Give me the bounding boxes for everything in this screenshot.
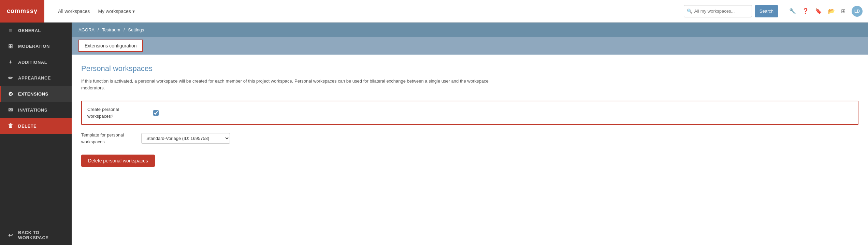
sidebar-item-extensions[interactable]: ⚙ EXTENSIONS (0, 86, 72, 102)
invitations-icon: ✉ (7, 107, 14, 113)
breadcrumb-bar: AGORA / Testraum / Settings (72, 23, 868, 37)
sidebar-item-appearance[interactable]: ✏ APPEARANCE (0, 70, 72, 86)
search-icon: 🔍 (687, 9, 692, 14)
grid-icon[interactable]: ⊞ (841, 8, 845, 14)
wrench-icon[interactable]: 🔧 (789, 8, 796, 14)
folder-icon[interactable]: 📂 (828, 8, 835, 14)
search-input[interactable] (694, 9, 749, 14)
main-layout: ≡ GENERAL ⊞ MODERATION + ADDITIONAL ✏ AP… (0, 23, 868, 245)
sidebar-label-invitations: INVITATIONS (18, 107, 47, 113)
moderation-icon: ⊞ (7, 43, 14, 49)
breadcrumb: AGORA / Testraum / Settings (78, 27, 144, 32)
logo-text: commssy (7, 8, 38, 15)
template-select[interactable]: Standard-Vorlage (ID: 1695758) (141, 133, 230, 144)
help-icon[interactable]: ❓ (802, 8, 809, 14)
content-area: AGORA / Testraum / Settings Extensions c… (72, 23, 868, 245)
sidebar-label-extensions: EXTENSIONS (18, 91, 48, 97)
sidebar-label-appearance: APPEARANCE (18, 75, 51, 81)
search-input-wrap: 🔍 (684, 5, 752, 17)
logo[interactable]: commssy (0, 0, 44, 23)
breadcrumb-sep1: / (98, 27, 99, 32)
create-personal-workspace-box: Create personalworkspaces? (81, 101, 858, 125)
sidebar-label-delete: DELETE (18, 124, 37, 129)
extensions-config-tab[interactable]: Extensions configuration (78, 40, 143, 52)
top-navigation: commssy All workspaces My workspaces ▾ 🔍… (0, 0, 868, 23)
breadcrumb-sep2: / (124, 27, 125, 32)
search-area: 🔍 Search (684, 5, 778, 17)
breadcrumb-part1[interactable]: AGORA (78, 27, 94, 32)
section-header: Extensions configuration (72, 37, 868, 55)
sidebar-item-invitations[interactable]: ✉ INVITATIONS (0, 102, 72, 118)
delete-icon: 🗑 (7, 123, 14, 129)
general-icon: ≡ (7, 27, 14, 33)
main-content: Personal workspaces If this function is … (72, 55, 868, 245)
my-workspaces-link[interactable]: My workspaces ▾ (98, 9, 134, 14)
template-label: Template for personalworkspaces (81, 132, 136, 145)
sidebar-item-delete[interactable]: 🗑 DELETE (0, 118, 72, 134)
search-button[interactable]: Search (755, 5, 778, 17)
delete-personal-workspaces-button[interactable]: Delete personal workspaces (81, 155, 155, 167)
template-row: Template for personalworkspaces Standard… (81, 132, 858, 145)
additional-icon: + (7, 59, 14, 65)
sidebar-label-moderation: MODERATION (18, 44, 50, 49)
extensions-icon: ⚙ (7, 91, 14, 97)
create-workspace-label: Create personalworkspaces? (87, 106, 119, 119)
nav-links: All workspaces My workspaces ▾ (58, 9, 135, 14)
create-workspace-checkbox[interactable] (153, 110, 159, 116)
chevron-down-icon: ▾ (132, 9, 135, 14)
avatar[interactable]: LD (852, 6, 863, 17)
back-icon: ↩ (7, 232, 14, 239)
sidebar-label-general: GENERAL (18, 28, 41, 33)
all-workspaces-link[interactable]: All workspaces (58, 9, 90, 14)
sidebar: ≡ GENERAL ⊞ MODERATION + ADDITIONAL ✏ AP… (0, 23, 72, 245)
sidebar-item-moderation[interactable]: ⊞ MODERATION (0, 38, 72, 54)
sidebar-item-general[interactable]: ≡ GENERAL (0, 23, 72, 38)
page-title: Personal workspaces (81, 64, 858, 73)
sidebar-label-back: BACK TO WORKSPACE (18, 230, 66, 240)
top-icons: 🔧 ❓ 🔖 📂 ⊞ LD (789, 6, 863, 17)
appearance-icon: ✏ (7, 75, 14, 81)
sidebar-label-additional: ADDITIONAL (18, 60, 47, 65)
breadcrumb-part3: Settings (128, 27, 144, 32)
breadcrumb-part2[interactable]: Testraum (102, 27, 120, 32)
sidebar-item-additional[interactable]: + ADDITIONAL (0, 54, 72, 70)
sidebar-item-back[interactable]: ↩ BACK TO WORKSPACE (0, 225, 72, 245)
bookmark-icon[interactable]: 🔖 (815, 8, 822, 14)
section-description: If this function is activated, a persona… (81, 78, 491, 91)
